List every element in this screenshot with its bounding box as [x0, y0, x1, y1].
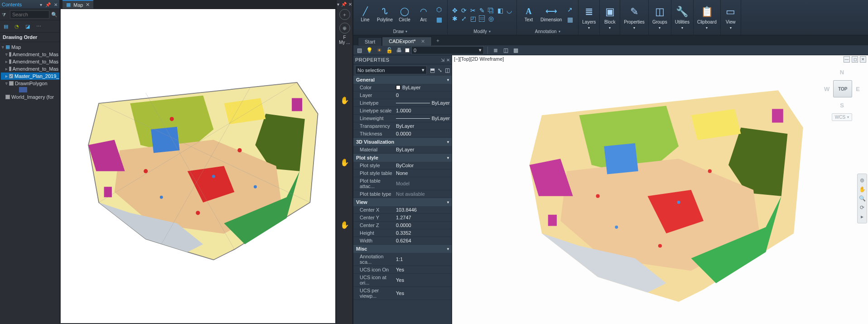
move-icon[interactable]: ✥	[450, 6, 459, 15]
stretch-icon[interactable]: ⤢	[459, 15, 468, 23]
layer-item[interactable]: ▹ Amendment_to_Mas	[1, 58, 59, 65]
pick-icon[interactable]: ◫	[445, 67, 450, 73]
layer-checkbox[interactable]	[5, 95, 10, 99]
nav-e[interactable]: E	[856, 86, 860, 92]
close-icon[interactable]: ✕	[421, 39, 425, 44]
view-cube[interactable]: N W TOP E S WCS▾	[824, 69, 860, 121]
layer-props-icon[interactable]: ▤	[355, 46, 363, 54]
polyline-button[interactable]: ᔐPolyline	[375, 5, 395, 23]
map-node[interactable]: ▿ ▦ Map	[1, 43, 59, 51]
map-canvas[interactable]	[61, 9, 335, 323]
close-icon[interactable]: ✕	[446, 58, 450, 63]
lock-icon[interactable]: 🔓	[385, 46, 393, 54]
maximize-icon[interactable]: ◻	[852, 56, 858, 63]
array-icon[interactable]: ⿳	[477, 15, 487, 23]
trim-icon[interactable]: ✂	[468, 6, 477, 15]
nav-s[interactable]: S	[840, 102, 844, 109]
fillet-icon[interactable]: ◡	[505, 6, 514, 15]
table-icon[interactable]: ▦	[564, 15, 575, 24]
close-icon[interactable]: ✕	[860, 56, 866, 63]
tab-cadexport[interactable]: CADExport* ✕	[382, 37, 431, 46]
color-swatch[interactable]	[396, 85, 400, 90]
orbit-icon[interactable]: ⟳	[858, 203, 866, 212]
list-by-source-icon[interactable]: ◔	[13, 22, 21, 30]
pin-icon[interactable]: 📌	[45, 2, 51, 7]
layer-checkbox[interactable]	[9, 67, 11, 71]
nav-top-face[interactable]: TOP	[833, 80, 852, 97]
show-motion-icon[interactable]: ▸	[858, 213, 866, 221]
offset-icon[interactable]: ◎	[487, 15, 496, 23]
chevron-down-icon[interactable]: ▾	[559, 29, 560, 34]
utilities-button[interactable]: 🔧Utilities▾	[671, 0, 694, 35]
print-icon[interactable]: 🖶	[395, 46, 403, 54]
selection-combo[interactable]: No selection▾	[355, 66, 427, 74]
pin-icon[interactable]: ▾	[337, 2, 339, 7]
cat-general[interactable]: General▾	[353, 76, 452, 84]
view-button[interactable]: ▭View▾	[721, 0, 741, 35]
layer-item[interactable]: ▿ Amendment_to_Mas	[1, 51, 59, 58]
layer-item[interactable]: ▹ Amendment_to_Mas	[1, 65, 59, 73]
chevron-down-icon[interactable]: ▾	[489, 29, 491, 34]
erase-icon[interactable]: ✎	[477, 6, 487, 15]
view-label[interactable]: [−][Top][2D Wireframe]	[454, 56, 504, 62]
color-swatch[interactable]	[405, 48, 410, 53]
layer-item[interactable]: ▿ DrawnPolygon	[1, 80, 59, 87]
cat-view[interactable]: View▾	[353, 198, 452, 206]
layer-item[interactable]: World_Imagery (for	[1, 93, 59, 101]
layer-item-selected[interactable]: ▹✓ Master_Plan_2019_La	[1, 73, 59, 80]
arc-button[interactable]: ◠Arc	[415, 5, 433, 23]
text-button[interactable]: AText	[520, 5, 538, 23]
full-nav-wheel-icon[interactable]: ⊚	[858, 176, 866, 184]
block-button[interactable]: ▣Block▾	[600, 0, 620, 35]
more-icon[interactable]: ⋯	[34, 22, 43, 30]
mirror-icon[interactable]: ◧	[496, 6, 505, 15]
cat-misc[interactable]: Misc▾	[353, 245, 452, 253]
wcs-dropdown[interactable]: WCS▾	[832, 113, 852, 121]
scale-icon[interactable]: ◰	[468, 15, 477, 23]
leader-icon[interactable]: ↗	[564, 5, 575, 14]
rotate-icon[interactable]: ⟳	[459, 6, 468, 15]
quick-select-icon[interactable]: ⬒	[430, 67, 435, 73]
cat-3d[interactable]: 3D Visualization▾	[353, 138, 452, 146]
search-icon[interactable]: 🔍	[51, 12, 58, 18]
layer-checkbox[interactable]	[9, 81, 14, 86]
copy-icon[interactable]: ⿻	[487, 6, 496, 15]
mini-panel-label[interactable]: My ...	[339, 40, 350, 47]
layer-checkbox[interactable]	[9, 52, 11, 57]
close-icon[interactable]: ✕	[348, 2, 352, 7]
list-by-drawing-order-icon[interactable]: ▤	[2, 22, 10, 30]
pan-tool-icon[interactable]: ✋	[340, 221, 349, 229]
explode-icon[interactable]: ✱	[450, 15, 459, 23]
list-by-selection-icon[interactable]: ◪	[24, 22, 32, 30]
draw-misc-icon[interactable]: ▦	[434, 15, 444, 24]
zoom-icon[interactable]: 🔍	[858, 194, 866, 203]
line-button[interactable]: ╱Line	[356, 5, 374, 23]
close-icon[interactable]: ✕	[86, 2, 90, 8]
close-icon[interactable]: ✕	[54, 2, 58, 7]
search-input[interactable]	[10, 10, 49, 19]
pan-icon[interactable]: ✋	[858, 185, 866, 193]
pan-tool-icon[interactable]: ✋	[340, 158, 349, 167]
pin-icon[interactable]: 📌	[341, 2, 347, 7]
draw-misc-icon[interactable]: ⬡	[434, 5, 444, 14]
cad-viewport[interactable]: [−][Top][2D Wireframe] — ◻ ✕	[452, 55, 868, 324]
layer-checkbox[interactable]	[9, 59, 11, 64]
find-icon[interactable]: ⊕	[339, 23, 350, 34]
layer-off-icon[interactable]: ▦	[511, 46, 520, 54]
minimize-icon[interactable]: —	[844, 56, 850, 63]
sun-icon[interactable]: ☀	[375, 46, 383, 54]
layer-combo[interactable]: 0▾	[411, 46, 484, 54]
layer-checkbox[interactable]: ✓	[9, 74, 13, 78]
layer-iso-icon[interactable]: ◫	[502, 46, 510, 54]
cat-plot[interactable]: Plot style▾	[353, 154, 452, 162]
nav-w[interactable]: W	[824, 86, 829, 92]
add-data-icon[interactable]: ＋	[339, 9, 350, 20]
pin-icon[interactable]: ⇲	[441, 58, 445, 63]
properties-button[interactable]: ✎Properties▾	[620, 0, 649, 35]
nav-n[interactable]: N	[840, 69, 844, 76]
dimension-button[interactable]: ⟷Dimension	[539, 5, 564, 23]
filter-icon[interactable]: ⧩	[2, 12, 8, 18]
bulb-icon[interactable]: 💡	[365, 46, 373, 54]
pan-tool-icon[interactable]: ✋	[340, 96, 349, 105]
layer-states-icon[interactable]: ≣	[492, 46, 500, 54]
